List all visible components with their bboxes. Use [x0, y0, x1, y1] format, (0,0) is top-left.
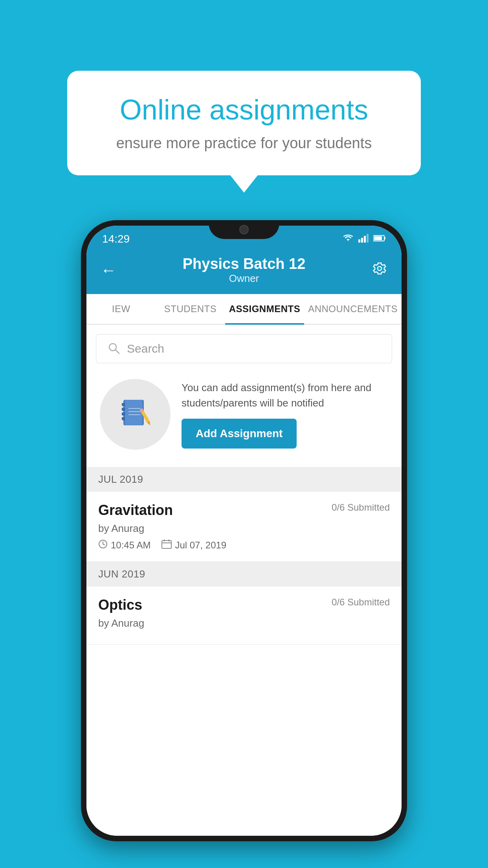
phone-frame: 14:29	[81, 220, 407, 841]
tab-students[interactable]: STUDENTS	[156, 294, 225, 324]
svg-rect-1	[358, 239, 360, 243]
settings-button[interactable]	[372, 261, 387, 280]
promo-title: Online assignments	[99, 94, 389, 125]
header-title: Physics Batch 12	[183, 256, 306, 272]
assignment-author: by Anurag	[98, 522, 390, 535]
promo-description: You can add assignment(s) from here and …	[182, 380, 388, 411]
assignment-top-optics: Optics 0/6 Submitted	[98, 597, 390, 613]
add-assignment-button[interactable]: Add Assignment	[182, 419, 297, 449]
assignment-item-optics[interactable]: Optics 0/6 Submitted by Anurag	[86, 587, 402, 645]
svg-rect-3	[364, 236, 366, 243]
svg-rect-11	[125, 400, 142, 425]
assignment-top: Gravitation 0/6 Submitted	[98, 502, 390, 519]
section-header-jul: JUL 2019	[86, 467, 402, 492]
promo-right: You can add assignment(s) from here and …	[182, 380, 388, 449]
svg-marker-0	[347, 239, 350, 241]
assignment-submitted: 0/6 Submitted	[332, 502, 390, 513]
status-icons	[343, 234, 386, 244]
tab-assignments[interactable]: ASSIGNMENTS	[225, 294, 305, 324]
assignment-item-gravitation[interactable]: Gravitation 0/6 Submitted by Anurag	[86, 492, 402, 562]
svg-rect-6	[384, 237, 385, 239]
svg-rect-2	[361, 238, 363, 243]
app-header: ← Physics Batch 12 Owner	[86, 248, 402, 294]
assignment-meta: 10:45 AM Jul 07, 201	[98, 539, 390, 551]
svg-rect-25	[162, 541, 171, 548]
svg-rect-7	[374, 236, 382, 240]
phone-frame-wrapper: 14:29	[81, 220, 407, 841]
app-promo-section: You can add assignment(s) from here and …	[96, 371, 392, 458]
assignment-name-optics: Optics	[98, 597, 142, 613]
header-subtitle: Owner	[183, 272, 306, 285]
header-center: Physics Batch 12 Owner	[183, 256, 306, 285]
back-button[interactable]: ←	[101, 261, 116, 279]
svg-line-9	[116, 350, 119, 353]
front-camera	[239, 225, 249, 234]
svg-line-24	[103, 544, 105, 545]
search-placeholder: Search	[127, 342, 164, 355]
calendar-icon	[161, 539, 172, 551]
battery-icon	[373, 235, 386, 243]
wifi-icon	[343, 234, 354, 244]
assignment-date: Jul 07, 2019	[175, 540, 226, 551]
search-icon	[107, 342, 127, 356]
phone-screen: 14:29	[86, 226, 402, 836]
clock-icon	[98, 539, 108, 551]
search-bar[interactable]: Search	[96, 334, 392, 363]
svg-point-13	[122, 408, 125, 411]
content-area: Search	[86, 325, 402, 836]
assignment-name: Gravitation	[98, 502, 173, 519]
signal-icon	[358, 234, 369, 244]
section-header-jun: JUN 2019	[86, 562, 402, 587]
svg-point-14	[122, 412, 125, 416]
status-time: 14:29	[102, 233, 130, 245]
svg-rect-4	[367, 234, 369, 243]
tab-bar: IEW STUDENTS ASSIGNMENTS ANNOUNCEMENTS	[86, 294, 402, 325]
promo-subtitle: ensure more practice for your students	[99, 135, 389, 152]
phone-notch	[209, 220, 279, 239]
notebook-icon	[117, 396, 153, 433]
assignment-time: 10:45 AM	[111, 540, 150, 551]
svg-point-15	[122, 417, 125, 420]
assignment-author-optics: by Anurag	[98, 617, 390, 629]
meta-time: 10:45 AM	[98, 539, 150, 551]
tab-iew[interactable]: IEW	[86, 294, 156, 324]
assignment-submitted-optics: 0/6 Submitted	[332, 597, 390, 608]
svg-point-12	[122, 403, 125, 406]
meta-date: Jul 07, 2019	[161, 539, 226, 551]
promo-card: Online assignments ensure more practice …	[67, 71, 421, 175]
promo-icon-circle	[100, 379, 171, 450]
tab-announcements[interactable]: ANNOUNCEMENTS	[304, 294, 402, 324]
